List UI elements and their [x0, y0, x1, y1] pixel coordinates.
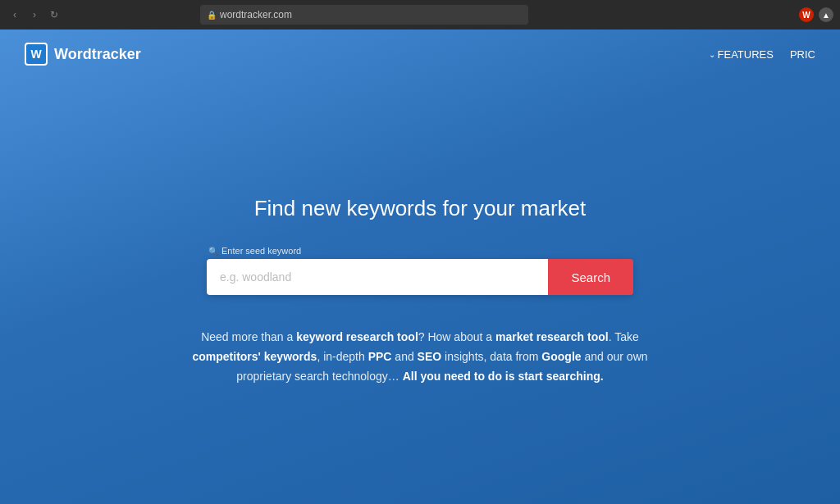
browser-nav-buttons: ‹ › ↻ — [7, 7, 62, 23]
address-bar[interactable]: 🔒 wordtracker.com — [200, 5, 528, 25]
keyword-research-tool-text: keyword research tool — [296, 330, 418, 343]
pricing-link[interactable]: PRIC — [790, 48, 815, 61]
google-text: Google — [541, 350, 581, 363]
search-button[interactable]: Search — [548, 259, 633, 295]
search-section: 🔍 Enter seed keyword Search — [207, 246, 633, 295]
search-input[interactable] — [207, 259, 548, 295]
ppc-text: PPC — [368, 350, 392, 363]
market-research-tool-text: market research tool — [495, 330, 609, 343]
hero-title: Find new keywords for your market — [254, 196, 587, 221]
chevron-icon: ⌄ — [709, 50, 715, 59]
hero-description: Need more than a keyword research tool? … — [190, 328, 650, 386]
cta-text: All you need to do is start searching. — [403, 370, 604, 383]
refresh-button[interactable]: ↻ — [46, 7, 62, 23]
logo-icon: W — [25, 43, 48, 66]
competitors-keywords-text: competitors' keywords — [192, 350, 317, 363]
logo-text: Wordtracker — [54, 46, 141, 63]
search-bar: Search — [207, 259, 633, 295]
logo[interactable]: W Wordtracker — [25, 43, 141, 66]
lock-icon: 🔒 — [207, 11, 217, 20]
extension-icon-2[interactable]: ▲ — [819, 7, 833, 22]
search-label-icon: 🔍 — [208, 247, 218, 256]
navigation: W Wordtracker ⌄ FEATURES PRIC — [0, 30, 840, 79]
url-text: wordtracker.com — [220, 9, 292, 20]
seo-text: SEO — [418, 350, 442, 363]
nav-links: ⌄ FEATURES PRIC — [709, 48, 815, 61]
website-content: W Wordtracker ⌄ FEATURES PRIC Find new k… — [0, 30, 840, 504]
hero-section: Find new keywords for your market 🔍 Ente… — [0, 79, 840, 504]
browser-chrome: ‹ › ↻ 🔒 wordtracker.com W ▲ — [0, 0, 840, 30]
extension-icon-1[interactable]: W — [799, 7, 814, 22]
forward-button[interactable]: › — [26, 7, 43, 23]
browser-extensions: W ▲ — [799, 7, 833, 22]
search-label: 🔍 Enter seed keyword — [207, 246, 633, 256]
back-button[interactable]: ‹ — [7, 7, 23, 23]
features-link[interactable]: ⌄ FEATURES — [709, 48, 774, 61]
